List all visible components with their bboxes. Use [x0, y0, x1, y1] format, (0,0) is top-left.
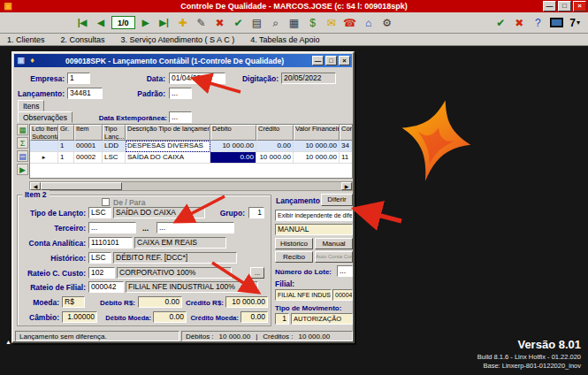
tab-itens[interactable]: Itens — [18, 100, 44, 111]
exibir-diferenca-select[interactable]: Exibir independente de difere — [275, 210, 353, 221]
cell-gr[interactable]: 1 — [58, 141, 74, 152]
sum-icon[interactable]: Σ — [17, 137, 28, 149]
cell-cor[interactable]: 34 — [340, 141, 353, 152]
col-debito[interactable]: Débito — [210, 125, 256, 141]
mail-icon[interactable]: ✉ — [324, 15, 340, 31]
monitor-icon[interactable] — [548, 15, 564, 31]
settings-icon[interactable]: ⚙ — [379, 15, 395, 31]
col-descricao[interactable]: Descrição Tipo de lançamento — [126, 125, 210, 141]
next-record-button[interactable]: ▶ — [138, 15, 154, 31]
cell-valor[interactable]: 10 000.00 — [294, 141, 340, 152]
terceiro-ellipsis[interactable]: ... — [142, 224, 149, 233]
calculator-icon[interactable]: ▦ — [286, 15, 302, 31]
terceiro-code-field[interactable]: ... — [88, 222, 136, 233]
screen-count-dropdown[interactable]: 7 ▾ — [567, 15, 583, 31]
col-credito[interactable]: Crédito — [256, 125, 294, 141]
menu-item-clientes[interactable]: 1. Clientes — [7, 35, 45, 44]
col-lcto-item-subconta[interactable]: Lcto ItemSubconta — [30, 125, 58, 141]
numero-lote-field[interactable]: ... — [337, 265, 353, 277]
home-icon[interactable]: ⌂ — [361, 15, 377, 31]
col-valor-financeiro[interactable]: Valor Financeiro — [294, 125, 340, 141]
cell-descricao[interactable]: DESPESAS DIVERSAS — [126, 141, 210, 152]
menu-item-tabelas-apoio[interactable]: 4. Tabelas de Apoio — [250, 35, 319, 44]
items-grid[interactable]: Lcto ItemSubconta Gr. Item TipoLanç... D… — [29, 124, 353, 179]
current-row-icon[interactable]: ▶ — [17, 164, 28, 175]
grupo-field[interactable]: 1 — [248, 207, 264, 218]
prev-record-button[interactable]: ◀ — [93, 15, 109, 31]
cell-descricao[interactable]: SAÍDA DO CAIXA — [126, 152, 210, 164]
cell-gr[interactable]: 1 — [58, 152, 74, 164]
scrollbar-thumb[interactable] — [41, 182, 122, 190]
empresa-field[interactable]: 1 — [67, 73, 90, 84]
cancel-icon[interactable]: ✖ — [511, 15, 527, 31]
grid-row-1[interactable]: 1 00001 LDD DESPESAS DIVERSAS 10 000.00 … — [30, 141, 352, 152]
confirm-icon[interactable]: ✔ — [231, 15, 247, 31]
historico-button[interactable]: Histórico — [275, 238, 313, 249]
moeda-field[interactable]: R$ — [62, 296, 85, 308]
minimize-button[interactable]: — — [543, 1, 556, 11]
cell-item[interactable]: 00001 — [74, 141, 103, 152]
rateio-filial-code-field[interactable]: 000042 — [88, 281, 124, 293]
grid-row-2[interactable]: ▸ 1 00002 LSC SAÍDA DO CAIXA 0.00 10 000… — [30, 152, 352, 164]
cell-cor[interactable]: 11 — [340, 152, 353, 164]
cell-debito[interactable]: 10 000.00 — [210, 141, 256, 152]
col-tipo-lanc[interactable]: TipoLanç... — [103, 125, 126, 141]
cell-valor[interactable]: 10 000.00 — [294, 152, 340, 164]
tipo-lancto-code-field[interactable]: LSC — [88, 207, 111, 218]
lancamento-panel-title: Lançamento — [276, 196, 320, 206]
delete-icon[interactable]: ✖ — [212, 15, 228, 31]
col-cor[interactable]: Cor... — [340, 125, 353, 141]
phone-icon[interactable]: ☎ — [342, 15, 358, 31]
lancamento-field[interactable]: 34481 — [67, 88, 103, 99]
add-icon[interactable]: ✚ — [175, 15, 191, 31]
historico-code-field[interactable]: LSC — [88, 252, 111, 264]
padrao-field[interactable]: ... — [169, 88, 192, 99]
col-gr[interactable]: Gr. — [58, 125, 74, 141]
cell-debito[interactable]: 0.00 — [210, 152, 256, 164]
child-maximize-button[interactable]: □ — [325, 56, 337, 65]
help-icon[interactable]: ? — [530, 15, 546, 31]
child-titlebar[interactable]: ▣ ♦ 009018SPK - Lançamento Contábil (1-C… — [14, 54, 352, 67]
manual-button[interactable]: Manual — [315, 238, 353, 249]
menu-item-consultas[interactable]: 2. Consultas — [61, 35, 105, 44]
digitacao-label: Digitação: — [236, 74, 279, 84]
col-item[interactable]: Item — [74, 125, 103, 141]
rateio-ccusto-code-field[interactable]: 102 — [88, 267, 115, 279]
last-record-button[interactable]: ▶| — [157, 15, 172, 31]
data-field[interactable]: 01/04/2022 — [169, 73, 225, 84]
currency-icon[interactable]: $ — [305, 15, 321, 31]
rateio-ccusto-ellipsis-button[interactable]: ... — [250, 267, 264, 279]
diferir-button[interactable]: Diferir — [321, 194, 353, 206]
recibo-button[interactable]: Recibo — [275, 251, 313, 263]
list-icon[interactable]: ▤ — [17, 150, 28, 162]
scroll-left-icon[interactable]: ◀ — [30, 182, 41, 190]
tipo-movimento-code-field[interactable]: 1 — [275, 313, 289, 325]
cell-credito[interactable]: 0.00 — [256, 141, 294, 152]
conta-analitica-code-field[interactable]: 1110101 — [88, 237, 133, 249]
menu-item-sac[interactable]: 3. Serviço Atendimento ( S A C ) — [121, 35, 235, 44]
terceiro-desc-field[interactable]: ... — [157, 222, 234, 233]
filial-code-field: 000042 — [332, 289, 353, 301]
close-button[interactable]: × — [573, 1, 586, 11]
data-extemporanea-field[interactable]: ... — [169, 111, 192, 123]
historico-label: Histórico: — [19, 254, 86, 264]
grid-horizontal-scrollbar[interactable]: ◀ ▶ — [29, 181, 353, 191]
first-record-button[interactable]: |◀ — [74, 15, 90, 31]
cell-tipo[interactable]: LDD — [103, 141, 126, 152]
app-icon: ▣ — [3, 1, 13, 11]
print-icon[interactable]: ▤ — [249, 15, 265, 31]
cell-item[interactable]: 00002 — [74, 152, 103, 164]
de-para-checkbox[interactable] — [102, 198, 110, 206]
search-icon[interactable]: ⌕ — [268, 15, 284, 31]
scroll-right-icon[interactable]: ▶ — [341, 182, 352, 190]
cell-credito[interactable]: 10 000.00 — [256, 152, 294, 164]
record-counter: 1/0 — [111, 16, 135, 29]
child-close-button[interactable]: × — [339, 56, 350, 65]
table-icon[interactable]: ▦ — [17, 124, 28, 135]
child-minimize-button[interactable]: — — [312, 56, 324, 65]
cell-tipo[interactable]: LSC — [103, 152, 126, 164]
maximize-button[interactable]: □ — [558, 1, 571, 11]
apply-icon[interactable]: ✔ — [493, 15, 508, 31]
edit-icon[interactable]: ✎ — [194, 15, 210, 31]
tab-observacoes[interactable]: Observações — [18, 111, 73, 123]
